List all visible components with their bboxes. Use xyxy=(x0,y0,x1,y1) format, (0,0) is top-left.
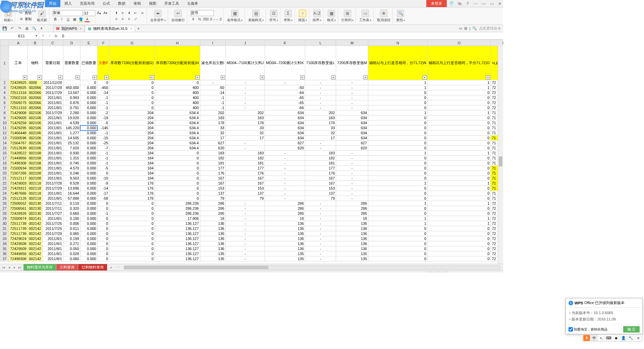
cell[interactable]: 002106 xyxy=(28,131,42,136)
col-header[interactable]: G xyxy=(109,40,155,46)
cell[interactable]: 0 xyxy=(97,241,109,246)
cell[interactable]: 0 xyxy=(427,115,491,120)
cell[interactable]: 002106 xyxy=(28,136,42,141)
cell[interactable]: 400 xyxy=(155,105,200,110)
cell[interactable]: 0 xyxy=(97,251,109,256)
sheet-nav-first-icon[interactable]: |◂ xyxy=(1,266,6,269)
cell[interactable]: 2011/8/1 xyxy=(42,256,63,261)
cell[interactable]: 1 xyxy=(368,85,428,90)
cell[interactable]: -1 xyxy=(200,105,225,110)
menu-页面布局[interactable]: 页面布局 xyxy=(76,0,99,7)
cell[interactable]: 002141 xyxy=(28,216,42,221)
cell[interactable]: 2011/8/1 xyxy=(42,120,63,126)
cell[interactable]: - xyxy=(305,141,336,146)
cell[interactable]: 33 xyxy=(225,126,265,131)
cell[interactable]: -1 xyxy=(97,105,109,110)
col-header[interactable]: J xyxy=(225,40,265,46)
cell[interactable]: 0.000 xyxy=(80,151,97,156)
cell[interactable]: 1.315 xyxy=(63,156,80,161)
column-header-cell[interactable]: 辅助1(与上行是否相同，分71,72)N▾ xyxy=(368,46,428,80)
cell[interactable]: 0 xyxy=(97,80,109,85)
cell[interactable]: 0 xyxy=(427,161,491,166)
row-header[interactable]: 12 xyxy=(0,131,9,136)
row-header[interactable]: 30 xyxy=(0,221,9,226)
cell[interactable]: 136 xyxy=(200,246,225,251)
cell[interactable]: -25 xyxy=(97,141,109,146)
sheet-tab[interactable]: 物料需求与库存 xyxy=(23,264,56,270)
cell[interactable]: 2011/8/1 xyxy=(42,100,63,105)
cell[interactable]: 634 xyxy=(265,126,305,131)
cell[interactable]: 0 xyxy=(97,206,109,211)
cell[interactable]: 0.000 xyxy=(80,181,97,186)
column-header-cell[interactable]: 需要日期▾ xyxy=(42,46,63,80)
menu-开始[interactable]: 开始 xyxy=(45,0,60,7)
cell[interactable]: 1.277 xyxy=(63,131,80,136)
cell[interactable]: 183 xyxy=(225,115,265,120)
rowcol-button[interactable]: 行和列 xyxy=(341,18,354,22)
cell[interactable]: 0.028 xyxy=(63,251,80,256)
column-header-cell[interactable]: 物料▾ xyxy=(28,46,42,80)
cell[interactable]: 0.000 xyxy=(80,226,97,231)
cell[interactable]: 0 xyxy=(427,141,491,146)
vertical-scrollbar[interactable] xyxy=(498,46,503,264)
cell[interactable]: - xyxy=(336,105,368,110)
cell[interactable]: 0 xyxy=(368,146,428,151)
cell[interactable]: 176 xyxy=(225,171,265,176)
cell[interactable]: 634 xyxy=(336,110,368,115)
cell[interactable]: - xyxy=(305,201,336,206)
filter-dropdown-icon[interactable]: ▾ xyxy=(363,75,368,80)
cell[interactable]: - xyxy=(265,191,305,196)
cell[interactable]: 0 xyxy=(427,105,491,110)
row-header[interactable]: 13 xyxy=(0,136,9,141)
col-header[interactable]: I xyxy=(200,40,225,46)
cloud-icon[interactable]: ▭ xyxy=(459,26,462,31)
cell[interactable]: 002142 xyxy=(28,246,42,251)
cell[interactable]: 0 xyxy=(427,226,491,231)
cell[interactable]: 177 xyxy=(200,166,225,171)
cell[interactable]: 0.000 xyxy=(80,216,97,221)
cell[interactable]: 002106 xyxy=(28,146,42,151)
cell[interactable]: 627 xyxy=(336,141,368,146)
cell[interactable]: 135 xyxy=(336,256,368,261)
col-header[interactable]: A xyxy=(9,40,28,46)
freeze-button[interactable]: 取消冻结 xyxy=(377,18,390,22)
paste-button[interactable]: 粘贴 xyxy=(4,18,13,22)
cell[interactable]: 136.127 xyxy=(155,246,200,251)
cell[interactable]: 2011/8/1 xyxy=(42,176,63,181)
print-preview-icon[interactable]: 🔍 xyxy=(32,26,37,31)
cell[interactable]: 0.000 xyxy=(80,211,97,216)
cell[interactable]: 71500934 xyxy=(9,166,28,171)
cell[interactable]: - xyxy=(225,221,265,226)
cell[interactable]: - xyxy=(305,236,336,241)
cell[interactable]: 25.132 xyxy=(63,141,80,146)
cell[interactable]: - xyxy=(336,95,368,100)
cell[interactable]: 1 xyxy=(427,221,491,226)
cell[interactable]: 71512117 xyxy=(9,176,28,181)
cell[interactable]: 204 xyxy=(109,131,155,136)
cell[interactable]: 0 xyxy=(155,196,200,201)
minimize-icon[interactable]: — xyxy=(480,0,487,7)
cell[interactable]: 9.503 xyxy=(63,176,80,181)
cell[interactable]: 0.000 xyxy=(80,241,97,246)
cell[interactable]: 176 xyxy=(109,186,155,191)
cell[interactable]: 7.020 xyxy=(63,146,80,151)
cell[interactable]: 71428522 xyxy=(9,151,28,156)
cell[interactable]: 002066 xyxy=(28,105,42,110)
cell[interactable]: 182 xyxy=(225,156,265,161)
cell[interactable]: 0 xyxy=(368,131,428,136)
cell[interactable]: - xyxy=(336,100,368,105)
cell[interactable]: 136 xyxy=(265,246,305,251)
table-style-button[interactable]: 表格样式 xyxy=(248,18,264,22)
cell[interactable]: 1 xyxy=(427,110,491,115)
orientation-icon[interactable]: ⤢ xyxy=(133,16,138,22)
cell[interactable]: 286.236 xyxy=(155,211,200,216)
col-header[interactable]: P xyxy=(491,40,503,46)
cell[interactable]: 002106 xyxy=(28,115,42,120)
cell[interactable]: 136 xyxy=(336,236,368,241)
cell[interactable]: 0 xyxy=(97,201,109,206)
cell[interactable]: 0 xyxy=(97,246,109,251)
cell[interactable]: - xyxy=(265,171,305,176)
cell[interactable]: 0.000 xyxy=(80,196,97,201)
cell[interactable]: 71429003 xyxy=(9,181,28,186)
cell[interactable]: 0 xyxy=(109,201,155,206)
